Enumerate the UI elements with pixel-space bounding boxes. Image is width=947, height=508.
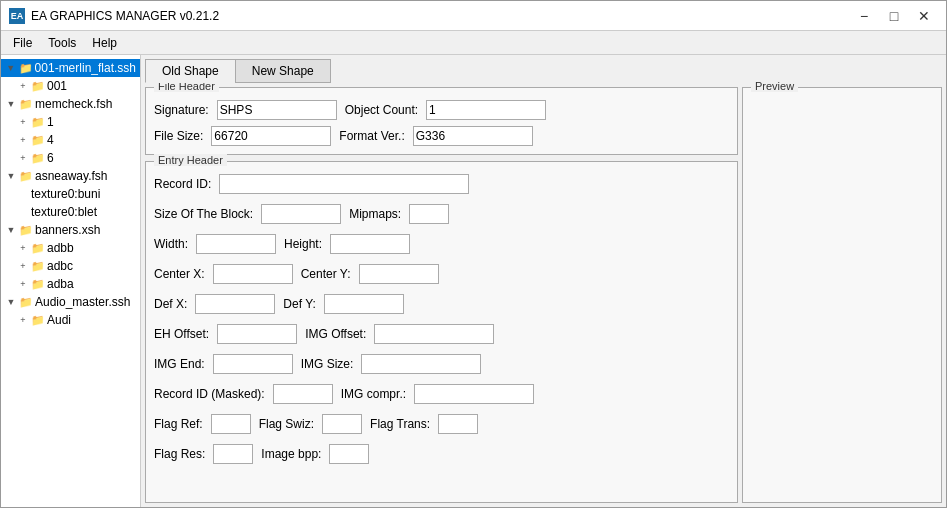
tab-old-shape[interactable]: Old Shape — [145, 59, 235, 83]
expand-icon-adba: + — [17, 278, 29, 290]
sidebar-item-1[interactable]: + 📁 1 — [1, 113, 140, 131]
sidebar-item-6[interactable]: + 📁 6 — [1, 149, 140, 167]
img-offset-input[interactable] — [374, 324, 494, 344]
expand-icon-6: + — [17, 152, 29, 164]
entry-header-title: Entry Header — [154, 154, 227, 166]
folder-icon-audio: 📁 — [19, 296, 33, 309]
minimize-button[interactable]: − — [850, 6, 878, 26]
flag-trans-input[interactable] — [438, 414, 478, 434]
entry-row-flags2: Flag Res: Image bpp: — [154, 444, 729, 464]
sidebar-item-audio-master[interactable]: ▼ 📁 Audio_master.ssh — [1, 293, 140, 311]
image-bpp-input[interactable] — [329, 444, 369, 464]
tab-new-shape[interactable]: New Shape — [235, 59, 331, 83]
flag-ref-input[interactable] — [211, 414, 251, 434]
expand-icon-1: + — [17, 116, 29, 128]
label-texture0buni: texture0:buni — [31, 187, 100, 201]
entry-row-width-height: Width: Height: — [154, 234, 729, 254]
file-header-row1: Signature: Object Count: — [154, 100, 729, 120]
sidebar-item-asneaway[interactable]: ▼ 📁 asneaway.fsh — [1, 167, 140, 185]
width-input[interactable] — [196, 234, 276, 254]
maximize-button[interactable]: □ — [880, 6, 908, 26]
entry-row-record-masked: Record ID (Masked): IMG compr.: — [154, 384, 729, 404]
file-header-row2: File Size: Format Ver.: — [154, 126, 729, 146]
sidebar-item-adba[interactable]: + 📁 adba — [1, 275, 140, 293]
flag-ref-label: Flag Ref: — [154, 417, 203, 431]
sidebar-item-texture0buni[interactable]: texture0:buni — [1, 185, 140, 203]
label-banners: banners.xsh — [35, 223, 100, 237]
entry-row-flags1: Flag Ref: Flag Swiz: Flag Trans: — [154, 414, 729, 434]
folder-icon-asneaway: 📁 — [19, 170, 33, 183]
img-compr-input[interactable] — [414, 384, 534, 404]
center-y-input[interactable] — [359, 264, 439, 284]
sidebar-item-001[interactable]: + 📁 001 — [1, 77, 140, 95]
menu-bar: File Tools Help — [1, 31, 946, 55]
sidebar-item-memcheck[interactable]: ▼ 📁 memcheck.fsh — [1, 95, 140, 113]
label-4: 4 — [47, 133, 54, 147]
size-block-input[interactable] — [261, 204, 341, 224]
entry-row-size-mip: Size Of The Block: Mipmaps: — [154, 204, 729, 224]
def-y-label: Def Y: — [283, 297, 315, 311]
size-block-label: Size Of The Block: — [154, 207, 253, 221]
folder-icon-adbb: 📁 — [31, 242, 45, 255]
object-count-input[interactable] — [426, 100, 546, 120]
label-memcheck: memcheck.fsh — [35, 97, 112, 111]
record-id-label: Record ID: — [154, 177, 211, 191]
flag-res-label: Flag Res: — [154, 447, 205, 461]
expand-icon-001: + — [17, 80, 29, 92]
main-window: EA EA GRAPHICS MANAGER v0.21.2 − □ ✕ Fil… — [0, 0, 947, 508]
center-x-input[interactable] — [213, 264, 293, 284]
expand-icon-asneaway: ▼ — [5, 170, 17, 182]
expand-icon-adbc: + — [17, 260, 29, 272]
folder-icon-memcheck: 📁 — [19, 98, 33, 111]
img-size-input[interactable] — [361, 354, 481, 374]
def-x-input[interactable] — [195, 294, 275, 314]
format-ver-input[interactable] — [413, 126, 533, 146]
height-label: Height: — [284, 237, 322, 251]
folder-icon-banners: 📁 — [19, 224, 33, 237]
main-area: Old Shape New Shape File Header Signatur… — [141, 55, 946, 507]
signature-input[interactable] — [217, 100, 337, 120]
image-bpp-label: Image bpp: — [261, 447, 321, 461]
sidebar-item-audi[interactable]: + 📁 Audi — [1, 311, 140, 329]
eh-offset-input[interactable] — [217, 324, 297, 344]
title-bar: EA EA GRAPHICS MANAGER v0.21.2 − □ ✕ — [1, 1, 946, 31]
expand-spacer-blet — [17, 206, 29, 218]
record-id-masked-input[interactable] — [273, 384, 333, 404]
folder-icon-4: 📁 — [31, 134, 45, 147]
file-size-input[interactable] — [211, 126, 331, 146]
folder-icon-adba: 📁 — [31, 278, 45, 291]
sidebar-item-texture0blet[interactable]: texture0:blet — [1, 203, 140, 221]
img-size-label: IMG Size: — [301, 357, 354, 371]
center-y-label: Center Y: — [301, 267, 351, 281]
flag-swiz-input[interactable] — [322, 414, 362, 434]
def-x-label: Def X: — [154, 297, 187, 311]
folder-icon-1: 📁 — [31, 116, 45, 129]
mipmaps-input[interactable] — [409, 204, 449, 224]
sidebar-item-banners[interactable]: ▼ 📁 banners.xsh — [1, 221, 140, 239]
title-bar-left: EA EA GRAPHICS MANAGER v0.21.2 — [9, 8, 219, 24]
expand-icon-4: + — [17, 134, 29, 146]
file-header-group: File Header Signature: Object Count: Fil… — [145, 87, 738, 155]
expand-icon-audi: + — [17, 314, 29, 326]
flag-res-input[interactable] — [213, 444, 253, 464]
title-controls: − □ ✕ — [850, 6, 938, 26]
label-001: 001 — [47, 79, 67, 93]
expand-icon-memcheck: ▼ — [5, 98, 17, 110]
height-input[interactable] — [330, 234, 410, 254]
record-id-masked-label: Record ID (Masked): — [154, 387, 265, 401]
sidebar-item-4[interactable]: + 📁 4 — [1, 131, 140, 149]
sidebar-item-001-merlin-flat[interactable]: ▼ 📁 001-merlin_flat.ssh — [1, 59, 140, 77]
img-end-input[interactable] — [213, 354, 293, 374]
sidebar-item-adbb[interactable]: + 📁 adbb — [1, 239, 140, 257]
menu-help[interactable]: Help — [84, 34, 125, 52]
menu-tools[interactable]: Tools — [40, 34, 84, 52]
shape-panel: File Header Signature: Object Count: Fil… — [145, 87, 738, 503]
label-adba: adba — [47, 277, 74, 291]
close-button[interactable]: ✕ — [910, 6, 938, 26]
center-x-label: Center X: — [154, 267, 205, 281]
def-y-input[interactable] — [324, 294, 404, 314]
record-id-input[interactable] — [219, 174, 469, 194]
sidebar-item-adbc[interactable]: + 📁 adbc — [1, 257, 140, 275]
menu-file[interactable]: File — [5, 34, 40, 52]
folder-icon-6: 📁 — [31, 152, 45, 165]
